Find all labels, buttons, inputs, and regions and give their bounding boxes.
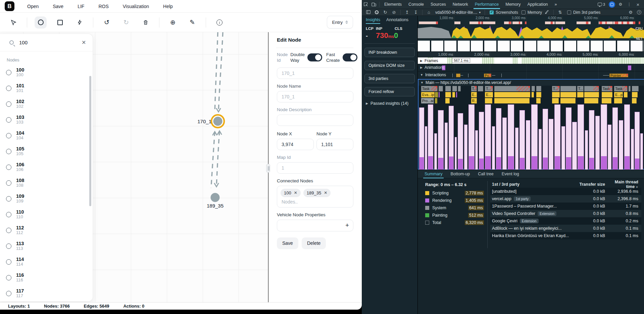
delete-button[interactable] [140,16,152,29]
passed-insights-row[interactable]: ▶ Passed insights (14) [362,96,417,106]
connected-nodes-box[interactable]: 100 ✕ 189_35 ✕ Nodes.. [277,186,353,208]
table-row[interactable]: Harika Ekran Görüntüsü ve Ekran Kayd... … [490,232,641,239]
flame-bar[interactable] [552,92,560,97]
bottom-tab[interactable]: Event log [498,170,523,178]
record-button[interactable] [375,10,379,14]
flame-bar[interactable] [632,92,638,97]
clear-icon[interactable]: ⊘ [390,10,398,14]
node-list-item[interactable]: 116 116 [6,270,93,285]
collapse-triangle-icon[interactable]: ▼ [420,81,424,84]
node-description-field[interactable] [277,115,353,126]
flame-bar[interactable] [435,92,438,97]
flame-bar[interactable] [445,92,451,97]
screenshots-checkbox[interactable] [490,10,494,14]
flame-column[interactable] [624,104,630,177]
flame-bar[interactable] [532,86,535,91]
flame-column[interactable] [543,109,548,177]
node-list-item[interactable]: 108 108 [6,175,93,191]
insights-tab[interactable]: Annotations [386,16,408,24]
flame-bar[interactable] [494,86,530,91]
flame-bar[interactable] [536,92,541,97]
insight-card[interactable]: INP breakdown [364,48,415,57]
flame-bar[interactable] [494,92,530,97]
connected-node-chip[interactable]: 189_35 ✕ [303,189,331,197]
remove-chip-icon[interactable]: ✕ [324,190,327,195]
inp-value[interactable]: 730 [376,31,388,40]
table-row[interactable]: [unattributed] 0.0 kB 2,936.6 ms [490,188,641,195]
cls-value[interactable]: 0 [394,31,398,40]
flame-column[interactable] [445,123,448,177]
flame-column[interactable] [612,107,618,177]
flame-bar[interactable] [494,98,529,103]
node-list-item[interactable]: 105 105 [6,143,93,159]
map-id-field[interactable] [277,162,353,174]
add-area-tool[interactable] [54,16,66,29]
profile-select[interactable]: vda5050-lif-editor-lite.... ▾ [434,10,482,15]
add-node-tool[interactable] [35,16,47,29]
toggle-sidebar-icon[interactable] [364,10,372,15]
flame-column[interactable] [479,112,484,177]
flame-bar[interactable]: Task [602,86,612,91]
flame-column[interactable] [635,112,640,177]
double-way-toggle[interactable] [307,53,322,61]
flame-bar[interactable] [532,92,534,97]
node-list-item[interactable]: 117 117 [6,285,93,301]
flame-bar[interactable] [445,98,450,103]
flame-bar[interactable]: Task [421,86,438,91]
flame-column[interactable] [526,120,530,177]
devtools-tab[interactable]: Performance [472,0,502,9]
flame-bar[interactable] [584,98,598,103]
menu-item[interactable]: Save [53,4,63,9]
flame-column[interactable] [619,120,623,177]
insights-tab[interactable]: Insights [366,16,380,24]
flame-bar[interactable] [602,92,612,97]
flame-column[interactable] [578,104,584,177]
flame-bar[interactable] [445,86,451,91]
flame-column[interactable] [561,126,565,177]
flame-column[interactable] [464,125,468,177]
menu-item[interactable]: ROS [98,4,108,9]
node-list-item[interactable]: 102 102 [6,96,93,112]
flame-bar[interactable] [536,98,541,103]
node-name-field[interactable] [277,91,353,102]
close-devtools-icon[interactable]: × [634,1,642,8]
flame-column[interactable] [496,108,501,177]
panel-resize-handle[interactable] [266,164,270,173]
entry-dropdown[interactable]: Entry [327,16,353,29]
flame-bar[interactable] [632,98,637,103]
node-list-item[interactable]: 113 113 [6,238,93,254]
help-icon[interactable]: ? [637,10,641,14]
flame-bar[interactable]: Task [614,86,628,91]
flame-column[interactable] [458,113,463,177]
flame-column[interactable] [589,110,594,177]
fast-create-toggle[interactable] [343,53,357,61]
connected-node-chip[interactable]: 100 ✕ [281,189,301,197]
devtools-tab[interactable]: Network [449,0,472,9]
menu-item[interactable]: Visualization [123,4,149,9]
home-icon[interactable]: ⌂ [425,10,433,14]
add-circle-button[interactable]: ⊕ [167,16,179,29]
memory-checkbox[interactable] [522,10,526,14]
flame-column[interactable] [438,110,444,177]
node-y-field[interactable] [316,139,353,150]
flame-column[interactable] [492,126,495,177]
time-column-header[interactable]: Main thread time▼ [605,180,640,189]
sync-status-button[interactable] [608,1,616,8]
clear-search-icon[interactable]: ✕ [82,39,86,46]
devtools-tab[interactable]: Sources [427,0,449,9]
node-list-item[interactable]: 106 106 [6,159,93,175]
device-toolbar-icon[interactable] [370,1,378,8]
flame-bar[interactable] [452,92,455,97]
flame-bar[interactable] [485,98,492,103]
main-thread-header[interactable]: ▼ Main — https://vda5050-lif-editor-lite… [418,80,644,86]
flame-column[interactable] [425,126,427,177]
flame-bar[interactable]: T... [552,86,560,91]
reload-record-icon[interactable]: ↻ [382,10,389,14]
flame-column[interactable] [449,106,454,177]
edit-pencil-button[interactable]: ✎ [186,16,198,29]
frames-track[interactable]: 567.1 ms ▶Frames [418,57,644,64]
console-messages-button[interactable]: 3 [596,1,607,8]
flame-bar[interactable] [584,86,599,91]
flame-bar[interactable] [632,86,639,91]
remove-chip-icon[interactable]: ✕ [294,190,297,195]
